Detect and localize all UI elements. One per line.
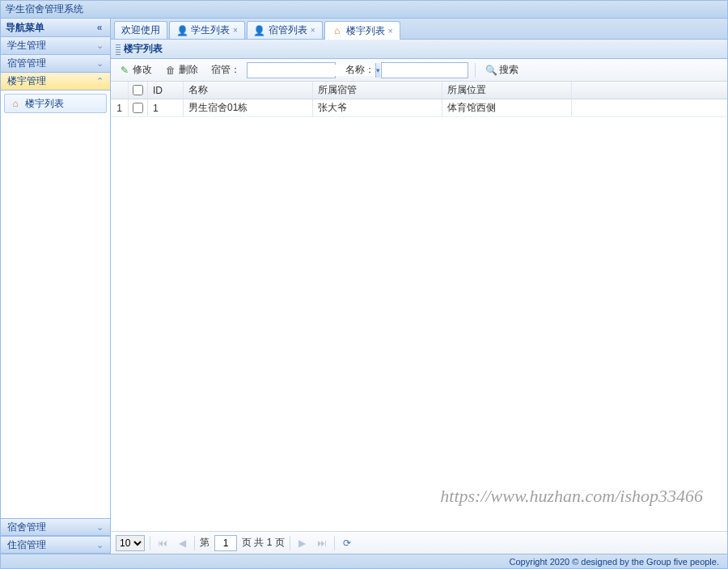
sidebar-group-label: 住宿管理 xyxy=(7,538,46,552)
table-row[interactable]: 1 1 男生宿舍01栋 张大爷 体育馆西侧 xyxy=(111,99,727,117)
chevron-up-icon: ⌃ xyxy=(96,76,104,86)
sidebar-group-student[interactable]: 学生管理 ⌄ xyxy=(1,37,110,55)
select-all-checkbox[interactable] xyxy=(133,85,143,95)
grid-body: 1 1 男生宿舍01栋 张大爷 体育馆西侧 https://www.huzhan… xyxy=(111,99,727,531)
sidebar-group-label: 楼宇管理 xyxy=(7,74,46,88)
cell-checkbox xyxy=(129,99,148,116)
col-manager[interactable]: 所属宿管 xyxy=(313,82,442,99)
button-label: 搜索 xyxy=(499,63,518,77)
tab-strip: 欢迎使用 👤 学生列表 × 👤 宿管列表 × ⌂ 楼宇列表 × xyxy=(111,19,727,40)
cell-location: 体育馆西侧 xyxy=(442,99,572,116)
sidebar-group-stay[interactable]: 住宿管理 ⌄ xyxy=(1,536,110,554)
sidebar-item-label: 楼宇列表 xyxy=(25,97,64,111)
chevron-down-icon: ⌄ xyxy=(96,58,104,69)
sidebar-header: 导航菜单 « xyxy=(1,19,110,37)
app-title: 学生宿舍管理系统 xyxy=(6,2,83,16)
pager-before-label: 第 xyxy=(200,536,210,550)
chevron-down-icon: ⌄ xyxy=(96,522,104,533)
user-icon: 👤 xyxy=(254,25,265,36)
separator xyxy=(290,536,290,550)
watermark: https://www.huzhan.com/ishop33466 xyxy=(440,486,703,507)
tab-student-list[interactable]: 👤 学生列表 × xyxy=(169,21,245,39)
panel-title: 楼宇列表 xyxy=(124,42,163,56)
separator xyxy=(150,536,150,550)
separator xyxy=(194,536,195,550)
row-checkbox[interactable] xyxy=(133,103,143,113)
close-icon[interactable]: × xyxy=(233,26,238,35)
col-location[interactable]: 所属位置 xyxy=(442,82,572,99)
pager: 10 ⏮ ◀ 第 页 共 1 页 ▶ ⏭ ⟳ xyxy=(111,531,727,554)
sidebar: 导航菜单 « 学生管理 ⌄ 宿管管理 ⌄ 楼宇管理 ⌃ ⌂ 楼宇列表 xyxy=(1,19,111,554)
close-icon[interactable]: × xyxy=(311,26,315,35)
last-page-button[interactable]: ⏭ xyxy=(315,536,329,550)
col-name[interactable]: 名称 xyxy=(184,82,313,99)
combo-trigger-icon[interactable]: ▾ xyxy=(375,63,380,78)
sidebar-group-manager[interactable]: 宿管管理 ⌄ xyxy=(1,55,110,73)
col-id[interactable]: ID xyxy=(148,82,184,99)
house-icon: ⌂ xyxy=(332,25,343,36)
sidebar-item-building-list[interactable]: ⌂ 楼宇列表 xyxy=(4,94,107,113)
tab-label: 学生列表 xyxy=(191,23,230,37)
chevron-down-icon: ⌄ xyxy=(96,40,104,51)
next-page-button[interactable]: ▶ xyxy=(295,536,310,550)
sidebar-group-label: 宿管管理 xyxy=(7,57,46,70)
delete-button[interactable]: 🗑 删除 xyxy=(162,61,201,78)
col-rownum xyxy=(111,82,129,99)
manager-combo[interactable]: ▾ xyxy=(247,62,336,78)
page-size-select[interactable]: 10 xyxy=(116,535,145,551)
toolbar: ✎ 修改 🗑 删除 宿管： ▾ 名称： 🔍 搜索 xyxy=(111,59,727,82)
pencil-icon: ✎ xyxy=(119,65,130,76)
search-icon: 🔍 xyxy=(485,65,497,76)
grid-header: ID 名称 所属宿管 所属位置 xyxy=(111,82,727,99)
tab-label: 宿管列表 xyxy=(269,23,307,37)
search-button[interactable]: 🔍 搜索 xyxy=(482,61,522,78)
sidebar-group-building[interactable]: 楼宇管理 ⌃ xyxy=(1,73,110,91)
sidebar-header-label: 导航菜单 xyxy=(6,21,44,35)
tab-welcome[interactable]: 欢迎使用 xyxy=(114,21,167,39)
cell-id: 1 xyxy=(148,99,184,116)
manager-filter-label: 宿管： xyxy=(211,63,240,77)
app-title-bar: 学生宿舍管理系统 xyxy=(1,1,727,19)
tab-manager-list[interactable]: 👤 宿管列表 × xyxy=(247,21,323,39)
tab-label: 楼宇列表 xyxy=(346,24,385,38)
collapse-icon[interactable]: « xyxy=(94,22,105,33)
separator xyxy=(475,63,476,78)
button-label: 删除 xyxy=(179,63,198,77)
first-page-button[interactable]: ⏮ xyxy=(155,536,170,550)
cell-name: 男生宿舍01栋 xyxy=(184,99,313,116)
cell-rownum: 1 xyxy=(111,99,129,116)
edit-button[interactable]: ✎ 修改 xyxy=(116,61,155,78)
chevron-down-icon: ⌄ xyxy=(96,540,104,550)
footer: Copyright 2020 © designed by the Group f… xyxy=(1,554,727,568)
sidebar-group-label: 学生管理 xyxy=(7,39,46,53)
house-icon: ⌂ xyxy=(10,98,21,109)
pager-after-label: 页 共 1 页 xyxy=(242,536,285,550)
panel-header: 楼宇列表 xyxy=(111,40,727,59)
delete-icon: 🗑 xyxy=(165,65,176,76)
button-label: 修改 xyxy=(133,63,152,77)
prev-page-button[interactable]: ◀ xyxy=(175,536,189,550)
col-checkbox xyxy=(129,82,148,99)
footer-text: Copyright 2020 © designed by the Group f… xyxy=(510,557,719,567)
name-input[interactable] xyxy=(381,62,468,78)
user-icon: 👤 xyxy=(176,25,188,36)
grip-icon xyxy=(116,44,121,55)
tab-label: 欢迎使用 xyxy=(121,23,160,37)
sidebar-group-dorm[interactable]: 宿舍管理 ⌄ xyxy=(1,518,110,536)
refresh-button[interactable]: ⟳ xyxy=(340,536,354,550)
sidebar-group-label: 宿舍管理 xyxy=(7,521,46,534)
page-input[interactable] xyxy=(214,535,237,551)
close-icon[interactable]: × xyxy=(388,27,393,36)
separator xyxy=(334,536,335,550)
tab-building-list[interactable]: ⌂ 楼宇列表 × xyxy=(324,21,400,40)
name-filter-label: 名称： xyxy=(345,63,375,77)
cell-manager: 张大爷 xyxy=(313,99,442,116)
